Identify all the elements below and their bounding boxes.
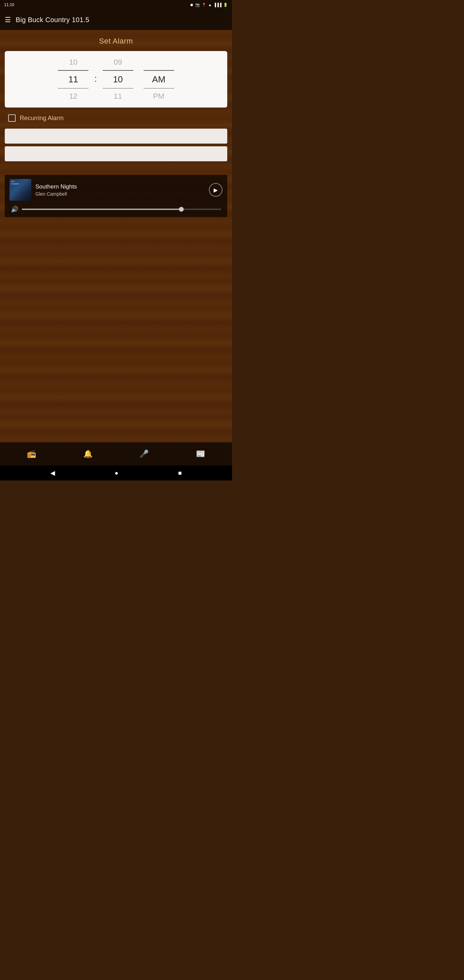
period-bottom-line [143,88,174,89]
hour-bottom-line [58,88,89,89]
recurring-checkbox[interactable] [8,115,16,122]
player-row: GlenCampbell Southern Nights Glen Campbe… [10,179,222,201]
menu-icon[interactable]: ☰ [5,16,11,24]
recurring-alarm-row[interactable]: Recurring Alarm [8,115,224,122]
alarm-input-field-2[interactable] [5,146,227,161]
time-colon: : [94,73,97,86]
hour-top: 10 [69,54,77,69]
time-picker-container: 10 11 12 : 09 10 11 AM [5,51,227,108]
hour-column[interactable]: 10 11 12 [53,54,94,104]
radio-icon: 📻 [27,450,36,458]
hour-selected: 11 [68,72,78,88]
minute-bottom: 11 [114,89,122,104]
screenshot-icon: 📷 [195,3,200,7]
period-top [158,54,160,69]
hour-top-line [58,70,89,71]
album-text: GlenCampbell [11,180,19,185]
minute-selected: 10 [113,72,123,88]
play-button[interactable]: ▶ [209,183,222,197]
nav-item-news[interactable]: 📰 [172,450,229,458]
nav-item-radio[interactable]: 📻 [3,450,60,458]
track-info: Southern Nights Glen Campbell [35,183,205,197]
player-section: GlenCampbell Southern Nights Glen Campbe… [5,175,227,217]
time-picker: 10 11 12 : 09 10 11 AM [5,54,227,104]
voice-icon: 🎤 [140,450,149,458]
location-icon: 📍 [202,3,207,7]
period-column[interactable]: AM PM [138,54,179,104]
volume-row: 🔊 [10,205,222,213]
recurring-label: Recurring Alarm [20,115,64,122]
signal-icon: ▐▐▐ [214,3,221,7]
hour-bottom: 12 [69,89,77,104]
album-art-inner: GlenCampbell [10,179,31,201]
volume-track[interactable] [22,208,221,210]
alarm-icon: 🔔 [83,450,92,458]
recording-icon: ⏺ [190,3,194,7]
volume-thumb [179,207,184,212]
nav-item-alarm[interactable]: 🔔 [60,450,116,458]
battery-icon: 🔋 [223,3,228,7]
period-bottom: PM [153,89,164,104]
bottom-nav: 📻 🔔 🎤 📰 [0,442,232,466]
minute-top: 09 [114,54,122,69]
volume-icon: 🔊 [11,205,18,213]
back-button[interactable]: ◀ [50,469,55,477]
minute-column[interactable]: 09 10 11 [98,54,138,104]
minute-bottom-line [103,88,133,89]
nav-item-voice[interactable]: 🎤 [116,450,172,458]
alarm-input-field-1[interactable] [5,129,227,143]
status-bar: 11:10 ⏺ 📷 📍 ▲ ▐▐▐ 🔋 [0,0,232,10]
track-artist: Glen Campbell [35,191,205,197]
volume-fill [22,208,181,210]
status-icons-group: ⏺ 📷 📍 ▲ ▐▐▐ 🔋 [190,3,228,7]
period-selected: AM [152,72,165,88]
set-alarm-title: Set Alarm [5,37,227,46]
system-nav-bar: ◀ ● ■ [0,466,232,480]
wifi-icon: ▲ [208,3,212,7]
news-icon: 📰 [196,450,205,458]
app-bar: ☰ Big Buck Country 101.5 [0,10,232,30]
track-title: Southern Nights [35,183,205,190]
main-content: Set Alarm 10 11 12 : 09 10 11 [0,30,232,442]
recents-button[interactable]: ■ [178,469,182,477]
minute-top-line [103,70,133,71]
app-title: Big Buck Country 101.5 [16,16,89,24]
album-art: GlenCampbell [10,179,31,201]
status-time: 11:10 [4,2,14,7]
home-button[interactable]: ● [114,469,118,477]
period-top-line [143,70,174,71]
